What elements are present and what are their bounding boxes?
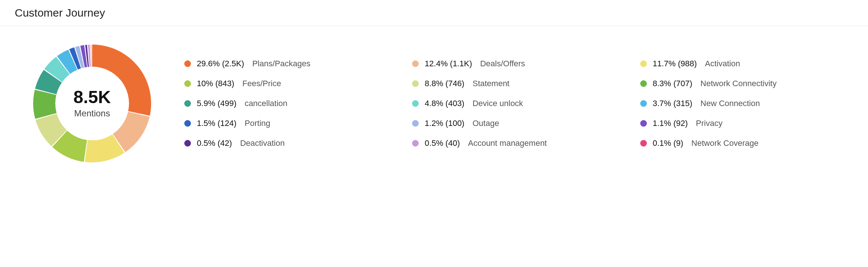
legend-swatch-icon	[412, 80, 419, 87]
legend-value: 1.5% (124)	[197, 119, 237, 128]
legend-value: 0.5% (40)	[425, 138, 460, 148]
donut-chart: 8.5K Mentions	[29, 41, 155, 166]
legend: 29.6% (2.5K)Plans/Packages10% (843)Fees/…	[184, 59, 846, 148]
legend-swatch-icon	[184, 60, 191, 67]
legend-value: 11.7% (988)	[653, 59, 697, 68]
legend-item: 8.3% (707)Network Connectivity	[640, 79, 846, 88]
legend-value: 12.4% (1.1K)	[425, 59, 472, 68]
legend-swatch-icon	[184, 100, 191, 107]
donut-slice	[92, 45, 151, 116]
legend-swatch-icon	[640, 80, 647, 87]
legend-value: 3.7% (315)	[653, 99, 693, 108]
legend-label: Outage	[473, 119, 499, 128]
legend-item: 12.4% (1.1K)Deals/Offers	[412, 59, 618, 68]
page-title: Customer Journey	[15, 7, 853, 19]
legend-value: 29.6% (2.5K)	[197, 59, 244, 68]
legend-value: 8.8% (746)	[425, 79, 464, 88]
legend-label: Deactivation	[240, 138, 285, 148]
legend-swatch-icon	[412, 100, 419, 107]
legend-item: 1.5% (124)Porting	[184, 119, 390, 128]
legend-value: 10% (843)	[197, 79, 234, 88]
legend-label: Privacy	[696, 119, 722, 128]
legend-value: 8.3% (707)	[653, 79, 693, 88]
legend-label: Porting	[245, 119, 271, 128]
legend-item: 10% (843)Fees/Price	[184, 79, 390, 88]
legend-value: 5.9% (499)	[197, 99, 237, 108]
legend-label: Plans/Packages	[252, 59, 310, 68]
legend-item: 0.5% (40)Account management	[412, 138, 618, 148]
legend-swatch-icon	[184, 140, 191, 147]
legend-item: 1.1% (92)Privacy	[640, 119, 846, 128]
legend-label: Network Coverage	[691, 138, 759, 148]
legend-item: 0.5% (42)Deactivation	[184, 138, 390, 148]
legend-swatch-icon	[412, 120, 419, 127]
legend-swatch-icon	[640, 140, 647, 147]
legend-swatch-icon	[184, 120, 191, 127]
legend-item: 4.8% (403)Device unlock	[412, 99, 618, 108]
legend-value: 0.5% (42)	[197, 138, 232, 148]
legend-swatch-icon	[184, 80, 191, 87]
legend-label: Deals/Offers	[480, 59, 525, 68]
legend-label: New Connection	[700, 99, 760, 108]
legend-item: 29.6% (2.5K)Plans/Packages	[184, 59, 390, 68]
legend-label: Fees/Price	[243, 79, 281, 88]
legend-label: Network Connectivity	[700, 79, 777, 88]
legend-label: Account management	[468, 138, 547, 148]
legend-value: 1.2% (100)	[425, 119, 464, 128]
legend-item: 0.1% (9)Network Coverage	[640, 138, 846, 148]
header: Customer Journey	[0, 0, 868, 26]
legend-swatch-icon	[640, 60, 647, 67]
legend-item: 5.9% (499)cancellation	[184, 99, 390, 108]
content: 8.5K Mentions 29.6% (2.5K)Plans/Packages…	[0, 26, 868, 181]
legend-value: 1.1% (92)	[653, 119, 688, 128]
legend-swatch-icon	[640, 100, 647, 107]
legend-swatch-icon	[412, 140, 419, 147]
legend-swatch-icon	[412, 60, 419, 67]
legend-item: 3.7% (315)New Connection	[640, 99, 846, 108]
donut-slice	[33, 90, 56, 119]
legend-label: Activation	[705, 59, 740, 68]
legend-label: Device unlock	[473, 99, 523, 108]
donut-slice	[91, 45, 91, 67]
legend-item: 11.7% (988)Activation	[640, 59, 846, 68]
legend-label: cancellation	[245, 99, 287, 108]
legend-value: 4.8% (403)	[425, 99, 464, 108]
legend-item: 8.8% (746)Statement	[412, 79, 618, 88]
legend-value: 0.1% (9)	[653, 138, 683, 148]
legend-item: 1.2% (100)Outage	[412, 119, 618, 128]
legend-swatch-icon	[640, 120, 647, 127]
legend-label: Statement	[473, 79, 509, 88]
donut-svg	[29, 41, 155, 166]
